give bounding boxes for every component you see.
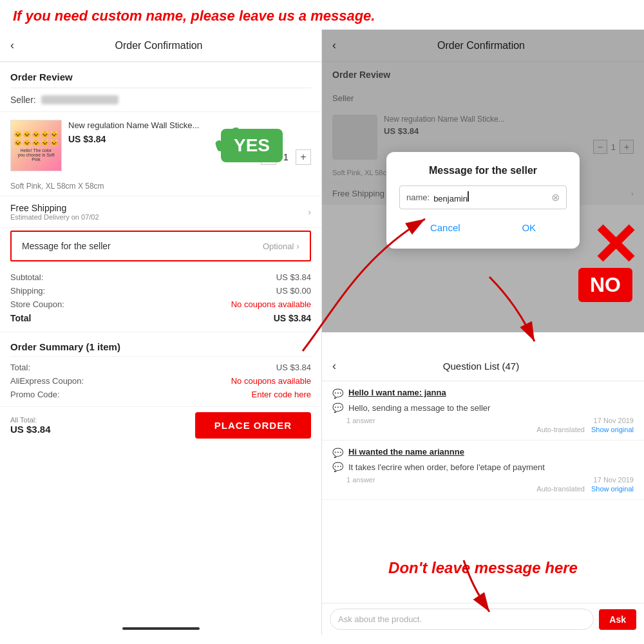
right-screen: ‹ Order Confirmation Order Review Seller… (322, 30, 644, 635)
question-meta-1: 1 answer 17 Nov 2019 (332, 417, 634, 424)
order-summary: Order Summary (1 item) Total: US $3.84 A… (0, 332, 321, 406)
auto-translated-1: Auto-translated (536, 426, 585, 433)
question-row-2: 💬 Hi wanted the name ariannne (332, 447, 634, 458)
question-footer-2: Auto-translated Show original (332, 484, 634, 493)
show-original-1[interactable]: Show original (591, 426, 634, 433)
answer-text-2: It takes l'ecrire when order, before l'e… (348, 462, 545, 473)
shipping-title: Free Shipping (10, 203, 99, 213)
ask-btn[interactable]: Ask (599, 609, 636, 630)
aliexpress-coupon-value[interactable]: No coupons available (231, 376, 311, 386)
order-review-title: Order Review (0, 62, 321, 88)
total-label: Total (10, 313, 31, 323)
message-optional: Optional (263, 242, 294, 251)
all-total-label: All Total: (10, 416, 51, 424)
dialog-title: Message for the seller (399, 165, 567, 176)
screens-container: ‹ Order Confirmation Order Review Seller… (0, 30, 644, 635)
dialog-cancel-btn[interactable]: Cancel (415, 220, 476, 236)
message-dialog: Message for the seller name: benjamin ⊗ … (386, 152, 580, 249)
summary-total-label: Total: (10, 363, 30, 372)
coupon-row: Store Coupon: No coupons available (10, 298, 311, 311)
shipping-chevron-icon: › (308, 207, 311, 217)
message-chevron-icon: › (296, 241, 299, 251)
x-mark-icon: ✕ (591, 216, 639, 274)
answer-row-1: 💬 Hello, sending a message to the seller (332, 402, 634, 414)
all-total-value: US $3.84 (10, 424, 51, 435)
no-badge: NO (578, 268, 632, 302)
product-variant: Soft Pink, XL 58cm X 58cm (0, 179, 321, 196)
question-footer-1: Auto-translated Show original (332, 424, 634, 433)
answer-icon-2: 💬 (332, 462, 343, 472)
seller-name-blur (41, 95, 118, 104)
left-header: ‹ Order Confirmation (0, 30, 321, 62)
promo-row: Promo Code: Enter code here (10, 388, 311, 401)
message-for-seller-box[interactable]: Message for the seller Optional › (10, 231, 311, 261)
answers-count-2: 1 answer (346, 476, 375, 484)
banner-text: If you need custom name, please leave us… (13, 8, 631, 24)
home-indicator (122, 627, 200, 630)
answer-text-1: Hello, sending a message to the seller (348, 402, 490, 414)
question-date-1: 17 Nov 2019 (594, 417, 634, 424)
coupon-label: Store Coupon: (10, 299, 64, 309)
left-header-title: Order Confirmation (22, 40, 296, 52)
question-date-2: 17 Nov 2019 (594, 476, 634, 484)
ask-input[interactable]: Ask about the product. (330, 609, 594, 630)
dialog-clear-icon[interactable]: ⊗ (551, 191, 560, 204)
aliexpress-coupon-row: AliExpress Coupon: No coupons available (10, 374, 311, 388)
dialog-ok-btn[interactable]: OK (506, 220, 551, 236)
product-row: 🐱🐱🐱🐱🐱 🐱🐱🐱🐱🐱 Hello! The coloryou choose i… (0, 112, 321, 179)
question-list-screen: ‹ Question List (47) 💬 Hello I want name… (322, 352, 644, 635)
product-image-inner: 🐱🐱🐱🐱🐱 🐱🐱🐱🐱🐱 Hello! The coloryou choose i… (11, 120, 61, 171)
total-row: Total US $3.84 (10, 311, 311, 325)
shipping-row: Free Shipping Estimated Delivery on 07/0… (0, 196, 321, 227)
pricing-section: Subtotal: US $3.84 Shipping: US $0.00 St… (0, 264, 321, 332)
question-icon-1: 💬 (332, 388, 343, 399)
ask-row: Ask about the product. Ask (322, 603, 644, 635)
message-label: Message for the seller (22, 241, 111, 251)
place-order-btn[interactable]: PLACE ORDER (195, 412, 311, 439)
dialog-input-value: benjamin (433, 191, 551, 204)
dialog-input-label: name: (406, 193, 430, 202)
seller-label: Seller: (10, 95, 36, 105)
question-item-2: 💬 Hi wanted the name ariannne 💬 It takes… (322, 440, 644, 500)
question-text-2: Hi wanted the name ariannne (348, 447, 464, 457)
question-list-header: ‹ Question List (47) (322, 352, 644, 381)
question-icon-2: 💬 (332, 448, 343, 458)
shipping-info: Free Shipping Estimated Delivery on 07/0… (10, 203, 99, 221)
left-screen: ‹ Order Confirmation Order Review Seller… (0, 30, 322, 635)
aliexpress-coupon-label: AliExpress Coupon: (10, 376, 84, 386)
shipping-subtitle: Estimated Delivery on 07/02 (10, 213, 99, 221)
yes-badge: YES (221, 129, 283, 162)
product-image: 🐱🐱🐱🐱🐱 🐱🐱🐱🐱🐱 Hello! The coloryou choose i… (10, 120, 62, 171)
dialog-input-row[interactable]: name: benjamin ⊗ (399, 185, 567, 209)
qty-plus-btn[interactable]: + (296, 149, 311, 165)
subtotal-value: US $3.84 (276, 272, 311, 282)
seller-row: Seller: (0, 88, 321, 111)
top-banner: If you need custom name, please leave us… (0, 0, 644, 30)
answer-icon-1: 💬 (332, 402, 343, 413)
order-summary-title: Order Summary (1 item) (10, 341, 311, 352)
auto-translated-2: Auto-translated (536, 485, 585, 493)
subtotal-label: Subtotal: (10, 272, 43, 282)
question-meta-2: 1 answer 17 Nov 2019 (332, 476, 634, 484)
shipping-price-label: Shipping: (10, 286, 45, 296)
total-value: US $3.84 (274, 313, 311, 323)
answer-row-2: 💬 It takes l'ecrire when order, before l… (332, 462, 634, 473)
answers-count-1: 1 answer (346, 417, 375, 424)
promo-value[interactable]: Enter code here (251, 390, 311, 399)
show-original-2[interactable]: Show original (591, 485, 634, 493)
coupon-value[interactable]: No coupons available (231, 299, 311, 309)
text-cursor (468, 191, 469, 202)
question-list-title: Question List (47) (344, 361, 618, 372)
question-item-1: 💬 Hello I want name: janna 💬 Hello, send… (322, 381, 644, 440)
question-row-1: 💬 Hello I want name: janna (332, 388, 634, 399)
summary-total-value: US $3.84 (276, 363, 311, 372)
question-text-1: Hello I want name: janna (348, 388, 446, 397)
summary-total-row: Total: US $3.84 (10, 361, 311, 374)
left-back-arrow[interactable]: ‹ (10, 39, 14, 52)
shipping-price-value: US $0.00 (276, 286, 311, 296)
subtotal-row: Subtotal: US $3.84 (10, 270, 311, 284)
dialog-buttons: Cancel OK (399, 220, 567, 236)
shipping-price-row: Shipping: US $0.00 (10, 284, 311, 298)
question-back-arrow[interactable]: ‹ (332, 359, 336, 373)
promo-label: Promo Code: (10, 390, 60, 399)
